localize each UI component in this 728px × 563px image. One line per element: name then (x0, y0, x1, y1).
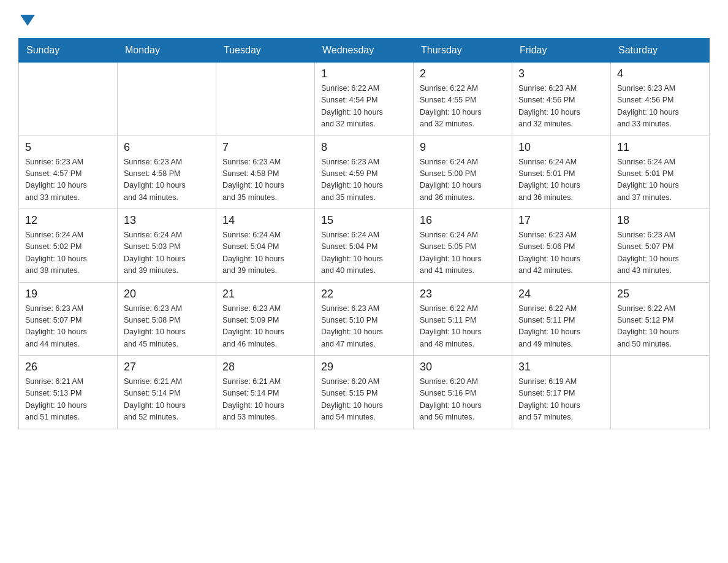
day-info: Sunrise: 6:22 AM Sunset: 5:11 PM Dayligh… (420, 303, 506, 351)
day-info: Sunrise: 6:21 AM Sunset: 5:14 PM Dayligh… (222, 376, 308, 424)
calendar-cell: 14Sunrise: 6:24 AM Sunset: 5:04 PM Dayli… (216, 209, 315, 283)
calendar-week-row: 26Sunrise: 6:21 AM Sunset: 5:13 PM Dayli… (19, 356, 710, 429)
calendar-cell: 11Sunrise: 6:24 AM Sunset: 5:01 PM Dayli… (611, 136, 710, 209)
day-number: 12 (25, 214, 111, 227)
calendar-cell: 24Sunrise: 6:22 AM Sunset: 5:11 PM Dayli… (512, 282, 611, 356)
weekday-header-wednesday: Wednesday (315, 39, 414, 63)
day-info: Sunrise: 6:23 AM Sunset: 5:07 PM Dayligh… (25, 303, 111, 351)
calendar-cell (611, 356, 710, 429)
calendar-cell: 7Sunrise: 6:23 AM Sunset: 4:58 PM Daylig… (216, 136, 315, 209)
calendar-cell: 23Sunrise: 6:22 AM Sunset: 5:11 PM Dayli… (414, 282, 512, 356)
calendar-cell: 21Sunrise: 6:23 AM Sunset: 5:09 PM Dayli… (216, 282, 315, 356)
day-number: 28 (222, 361, 308, 373)
weekday-header-sunday: Sunday (19, 39, 118, 63)
day-info: Sunrise: 6:24 AM Sunset: 5:01 PM Dayligh… (617, 156, 703, 204)
day-number: 23 (420, 288, 506, 301)
calendar-cell: 6Sunrise: 6:23 AM Sunset: 4:58 PM Daylig… (118, 136, 216, 209)
day-number: 22 (321, 288, 407, 301)
day-info: Sunrise: 6:23 AM Sunset: 5:08 PM Dayligh… (124, 303, 210, 351)
day-number: 21 (222, 288, 308, 301)
day-number: 16 (420, 214, 506, 227)
day-info: Sunrise: 6:21 AM Sunset: 5:14 PM Dayligh… (124, 376, 210, 424)
day-number: 4 (617, 67, 703, 80)
calendar-cell: 31Sunrise: 6:19 AM Sunset: 5:17 PM Dayli… (512, 356, 611, 429)
day-number: 24 (518, 288, 604, 301)
day-number: 11 (617, 141, 703, 154)
day-info: Sunrise: 6:24 AM Sunset: 5:01 PM Dayligh… (518, 156, 604, 204)
day-number: 6 (124, 141, 210, 154)
calendar-cell (118, 63, 216, 136)
day-info: Sunrise: 6:24 AM Sunset: 5:02 PM Dayligh… (25, 229, 111, 277)
day-number: 19 (25, 288, 111, 301)
day-number: 2 (420, 67, 506, 80)
calendar-cell: 8Sunrise: 6:23 AM Sunset: 4:59 PM Daylig… (315, 136, 414, 209)
day-info: Sunrise: 6:22 AM Sunset: 5:12 PM Dayligh… (617, 303, 703, 351)
calendar-cell: 13Sunrise: 6:24 AM Sunset: 5:03 PM Dayli… (118, 209, 216, 283)
calendar-cell: 4Sunrise: 6:23 AM Sunset: 4:56 PM Daylig… (611, 63, 710, 136)
weekday-header-saturday: Saturday (611, 39, 710, 63)
day-info: Sunrise: 6:23 AM Sunset: 5:09 PM Dayligh… (222, 303, 308, 351)
day-number: 9 (420, 141, 506, 154)
day-number: 14 (222, 214, 308, 227)
day-info: Sunrise: 6:22 AM Sunset: 4:54 PM Dayligh… (321, 83, 407, 131)
day-info: Sunrise: 6:23 AM Sunset: 5:07 PM Dayligh… (617, 229, 703, 277)
calendar-cell: 15Sunrise: 6:24 AM Sunset: 5:04 PM Dayli… (315, 209, 414, 283)
day-number: 3 (518, 67, 604, 80)
calendar-cell: 27Sunrise: 6:21 AM Sunset: 5:14 PM Dayli… (118, 356, 216, 429)
logo-triangle-icon (20, 15, 35, 26)
calendar-week-row: 5Sunrise: 6:23 AM Sunset: 4:57 PM Daylig… (19, 136, 710, 209)
calendar-cell: 5Sunrise: 6:23 AM Sunset: 4:57 PM Daylig… (19, 136, 118, 209)
day-info: Sunrise: 6:21 AM Sunset: 5:13 PM Dayligh… (25, 376, 111, 424)
weekday-header-friday: Friday (512, 39, 611, 63)
weekday-header-row: SundayMondayTuesdayWednesdayThursdayFrid… (19, 39, 710, 63)
calendar-cell: 18Sunrise: 6:23 AM Sunset: 5:07 PM Dayli… (611, 209, 710, 283)
calendar-cell: 20Sunrise: 6:23 AM Sunset: 5:08 PM Dayli… (118, 282, 216, 356)
day-info: Sunrise: 6:24 AM Sunset: 5:05 PM Dayligh… (420, 229, 506, 277)
day-number: 20 (124, 288, 210, 301)
weekday-header-monday: Monday (118, 39, 216, 63)
day-info: Sunrise: 6:22 AM Sunset: 5:11 PM Dayligh… (518, 303, 604, 351)
calendar-week-row: 19Sunrise: 6:23 AM Sunset: 5:07 PM Dayli… (19, 282, 710, 356)
calendar-cell: 29Sunrise: 6:20 AM Sunset: 5:15 PM Dayli… (315, 356, 414, 429)
day-number: 8 (321, 141, 407, 154)
calendar-cell: 25Sunrise: 6:22 AM Sunset: 5:12 PM Dayli… (611, 282, 710, 356)
day-info: Sunrise: 6:23 AM Sunset: 4:58 PM Dayligh… (124, 156, 210, 204)
calendar-cell: 28Sunrise: 6:21 AM Sunset: 5:14 PM Dayli… (216, 356, 315, 429)
calendar-cell: 2Sunrise: 6:22 AM Sunset: 4:55 PM Daylig… (414, 63, 512, 136)
day-info: Sunrise: 6:24 AM Sunset: 5:04 PM Dayligh… (222, 229, 308, 277)
day-number: 13 (124, 214, 210, 227)
day-info: Sunrise: 6:23 AM Sunset: 4:59 PM Dayligh… (321, 156, 407, 204)
day-info: Sunrise: 6:23 AM Sunset: 4:58 PM Dayligh… (222, 156, 308, 204)
day-info: Sunrise: 6:22 AM Sunset: 4:55 PM Dayligh… (420, 83, 506, 131)
day-number: 17 (518, 214, 604, 227)
day-number: 15 (321, 214, 407, 227)
day-number: 18 (617, 214, 703, 227)
calendar-week-row: 1Sunrise: 6:22 AM Sunset: 4:54 PM Daylig… (19, 63, 710, 136)
calendar-cell: 3Sunrise: 6:23 AM Sunset: 4:56 PM Daylig… (512, 63, 611, 136)
day-number: 25 (617, 288, 703, 301)
day-number: 29 (321, 361, 407, 373)
day-number: 27 (124, 361, 210, 373)
day-number: 31 (518, 361, 604, 373)
calendar-cell: 9Sunrise: 6:24 AM Sunset: 5:00 PM Daylig… (414, 136, 512, 209)
calendar-cell: 16Sunrise: 6:24 AM Sunset: 5:05 PM Dayli… (414, 209, 512, 283)
day-info: Sunrise: 6:23 AM Sunset: 5:06 PM Dayligh… (518, 229, 604, 277)
day-info: Sunrise: 6:24 AM Sunset: 5:04 PM Dayligh… (321, 229, 407, 277)
page-header (18, 12, 710, 26)
calendar-cell: 10Sunrise: 6:24 AM Sunset: 5:01 PM Dayli… (512, 136, 611, 209)
day-number: 10 (518, 141, 604, 154)
weekday-header-tuesday: Tuesday (216, 39, 315, 63)
day-number: 5 (25, 141, 111, 154)
calendar-cell: 30Sunrise: 6:20 AM Sunset: 5:16 PM Dayli… (414, 356, 512, 429)
day-number: 30 (420, 361, 506, 373)
calendar-cell (216, 63, 315, 136)
day-info: Sunrise: 6:19 AM Sunset: 5:17 PM Dayligh… (518, 376, 604, 424)
weekday-header-thursday: Thursday (414, 39, 512, 63)
day-number: 1 (321, 67, 407, 80)
day-info: Sunrise: 6:23 AM Sunset: 4:56 PM Dayligh… (617, 83, 703, 131)
day-info: Sunrise: 6:20 AM Sunset: 5:15 PM Dayligh… (321, 376, 407, 424)
calendar-cell (19, 63, 118, 136)
calendar-cell: 19Sunrise: 6:23 AM Sunset: 5:07 PM Dayli… (19, 282, 118, 356)
calendar-cell: 1Sunrise: 6:22 AM Sunset: 4:54 PM Daylig… (315, 63, 414, 136)
day-info: Sunrise: 6:23 AM Sunset: 4:56 PM Dayligh… (518, 83, 604, 131)
